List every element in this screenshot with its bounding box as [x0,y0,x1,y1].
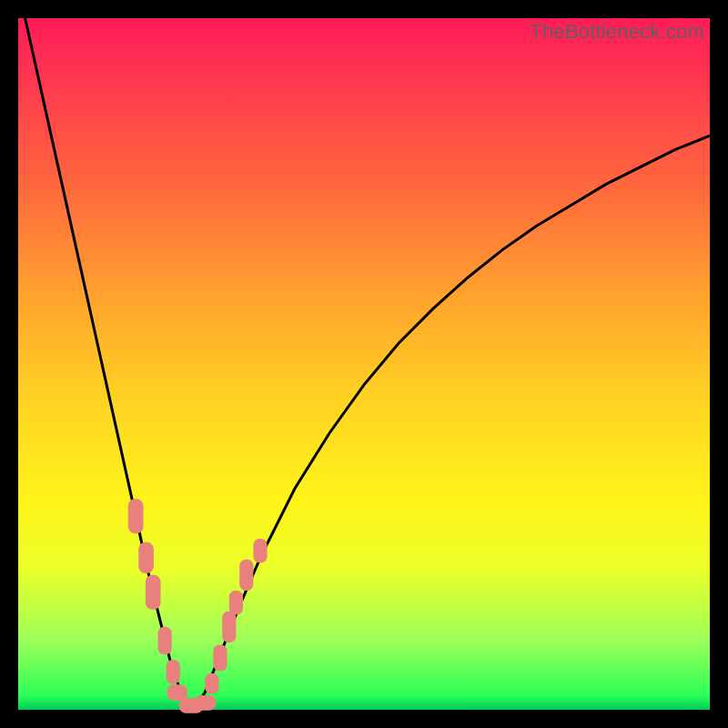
marker-point [205,673,218,694]
marker-point [194,695,216,711]
marker-point [138,542,154,573]
marker-point [167,660,180,684]
curve-left-branch [25,18,191,709]
chart-svg [18,18,710,710]
curve-group [25,18,710,709]
marker-point [146,575,161,610]
marker-point [222,612,236,642]
curve-right-branch [191,136,710,708]
marker-point [158,627,172,654]
marker-point [213,645,227,672]
marker-point [239,560,253,591]
chart-plot-area: TheBottleneck.com [18,18,710,710]
watermark-text: TheBottleneck.com [530,20,704,44]
marker-point [253,539,267,563]
marker-point [128,499,144,533]
marker-point [167,684,187,701]
marker-point [229,591,243,615]
marker-group [128,499,268,713]
